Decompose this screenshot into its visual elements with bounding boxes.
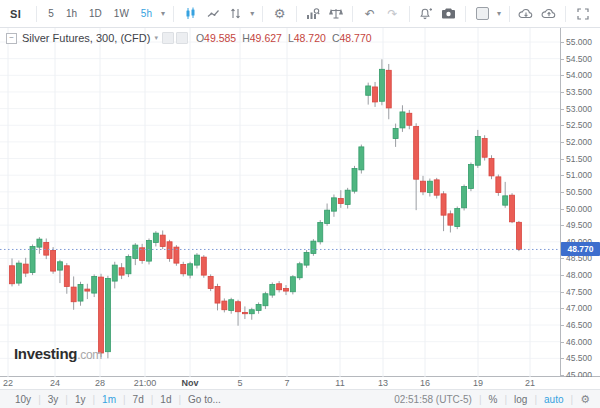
chart-plot-area[interactable]: − Silver Futures, 300, (CFD) ▾ O49.585 H… [0, 28, 560, 377]
interval-button-1w[interactable]: 1W [108, 3, 135, 25]
screenshot-camera-icon[interactable] [438, 3, 461, 25]
low-value: 48.720 [294, 32, 326, 44]
goto-button[interactable]: Go to... [181, 394, 228, 405]
price-tick-mark [561, 225, 564, 226]
price-tick-label: 46.000 [566, 337, 592, 347]
legend-title[interactable]: Silver Futures, 300, (CFD) [22, 32, 150, 44]
fullscreen-icon[interactable] [571, 3, 594, 25]
range-button-1y[interactable]: 1y [68, 394, 93, 405]
time-tick-label: 22 [3, 378, 13, 388]
chart-style-caret-icon[interactable]: ▾ [247, 3, 257, 25]
price-tick-mark [561, 308, 564, 309]
indicators-icon[interactable] [302, 3, 325, 25]
redo-icon[interactable]: ↷ [381, 3, 404, 25]
time-tick-label: 24 [50, 378, 60, 388]
logo-text: Investing [14, 345, 77, 362]
interval-button-5[interactable]: 5 [42, 3, 60, 25]
time-tick-label: 7 [284, 378, 289, 388]
layout-caret-icon[interactable]: ▾ [494, 3, 504, 25]
interval-group: 5 1h 1D 1W 5h ▾ [42, 0, 168, 27]
toolbar-separator [352, 6, 353, 22]
toolbar-separator [262, 6, 263, 22]
price-tick-label: 55.000 [566, 37, 592, 47]
time-tick-label: 19 [473, 378, 483, 388]
toolbar-separator [296, 6, 297, 22]
high-label: H [242, 32, 250, 44]
candlestick-chart-type-icon[interactable] [179, 3, 202, 25]
chart-main-area: − Silver Futures, 300, (CFD) ▾ O49.585 H… [0, 28, 600, 377]
price-tick-mark [561, 358, 564, 359]
time-tick-label: 13 [378, 378, 388, 388]
price-tick-mark [561, 42, 564, 43]
price-tick-label: 52.000 [566, 137, 592, 147]
time-tick-label: Nov [181, 378, 198, 388]
candlestick-chart [0, 28, 560, 377]
price-tick-label: 51.000 [566, 170, 592, 180]
layout-grid-icon[interactable] [471, 3, 494, 25]
compare-scales-icon[interactable] [325, 3, 348, 25]
price-axis[interactable]: 48.770 55.00054.50054.00053.50053.00052.… [560, 28, 600, 377]
settings-gear-icon[interactable]: ⚙ [268, 3, 291, 25]
price-tick-mark [561, 142, 564, 143]
toolbar-separator [465, 6, 466, 22]
axis-settings-gear-icon[interactable]: ⚙ [573, 393, 592, 406]
open-value: 49.585 [204, 32, 236, 44]
range-button-10y[interactable]: 10y [8, 394, 38, 405]
price-tick-label: 49.500 [566, 220, 592, 230]
price-tick-mark [561, 342, 564, 343]
price-tick-mark [561, 92, 564, 93]
time-tick-label: 16 [420, 378, 430, 388]
toolbar-separator [565, 6, 566, 22]
time-tick-label: 21 [525, 378, 535, 388]
interval-dropdown-caret-icon[interactable]: ▾ [158, 3, 168, 25]
time-tick-label: 11 [335, 378, 344, 388]
open-label: O [196, 32, 204, 44]
legend-eye-icon[interactable] [162, 32, 174, 44]
log-scale-button[interactable]: log [507, 394, 534, 405]
range-button-7d[interactable]: 7d [126, 394, 151, 405]
price-tick-mark [561, 258, 564, 259]
investing-logo: Investing.com [14, 345, 102, 362]
high-value: 49.627 [250, 32, 282, 44]
time-tick-label: 28 [95, 378, 105, 388]
price-tick-label: 52.500 [566, 120, 592, 130]
undo-icon[interactable]: ↶ [358, 3, 381, 25]
percent-scale-button[interactable]: % [482, 394, 505, 405]
cloud-load-icon[interactable] [515, 3, 538, 25]
price-tick-mark [561, 325, 564, 326]
range-button-1m-active[interactable]: 1m [95, 394, 123, 405]
price-tick-label: 50.500 [566, 187, 592, 197]
auto-scale-button[interactable]: auto [537, 394, 570, 405]
price-tick-mark [561, 175, 564, 176]
logo-suffix: .com [77, 348, 102, 362]
legend-caret-icon[interactable]: ▾ [154, 34, 158, 42]
price-tick-mark [561, 292, 564, 293]
chart-style-icon[interactable] [224, 3, 247, 25]
close-value: 48.770 [339, 32, 371, 44]
bottom-toolbar: 10y| 3y| 1y| 1m| 7d| 1d| Go to... 02:51:… [0, 389, 600, 408]
price-tick-mark [561, 192, 564, 193]
legend-collapse-icon[interactable]: − [6, 33, 17, 44]
interval-button-1d[interactable]: 1D [83, 3, 108, 25]
cloud-save-icon[interactable] [538, 3, 561, 25]
symbol-label: SI [6, 8, 31, 20]
clock-label[interactable]: 02:51:58 (UTC-5) [387, 394, 479, 405]
price-tick-mark [561, 275, 564, 276]
price-tick-mark [561, 109, 564, 110]
price-tick-label: 47.500 [566, 287, 592, 297]
interval-button-5h-active[interactable]: 5h [135, 3, 158, 25]
alert-bell-icon[interactable] [415, 3, 438, 25]
top-toolbar: SI 5 1h 1D 1W 5h ▾ ▾ ⚙ ↶ ↷ [0, 0, 600, 28]
range-button-1d[interactable]: 1d [153, 394, 178, 405]
chart-widget: SI 5 1h 1D 1W 5h ▾ ▾ ⚙ ↶ ↷ [0, 0, 600, 408]
price-tick-label: 54.000 [566, 70, 592, 80]
price-tick-mark [561, 159, 564, 160]
interval-button-1h[interactable]: 1h [60, 3, 83, 25]
line-chart-type-icon[interactable] [202, 3, 225, 25]
time-tick-label: 5 [237, 378, 242, 388]
legend-settings-icon[interactable] [176, 32, 188, 44]
last-price-badge: 48.770 [561, 242, 600, 256]
range-button-3y[interactable]: 3y [41, 394, 66, 405]
price-tick-label: 46.500 [566, 320, 592, 330]
time-axis[interactable]: 22242821:00Nov571113161921 [0, 377, 600, 389]
